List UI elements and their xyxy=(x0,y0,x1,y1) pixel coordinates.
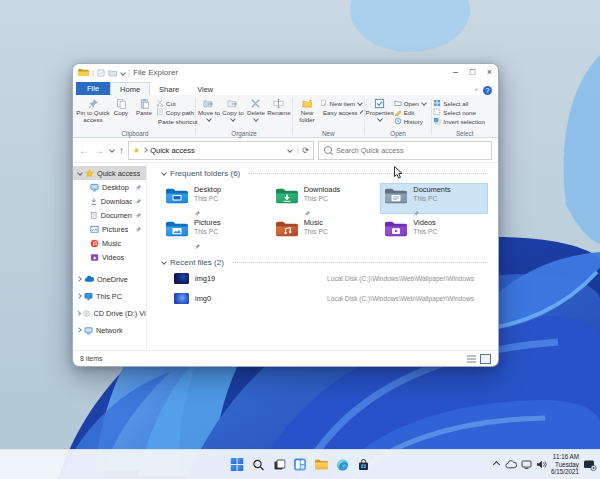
collapsed-icon[interactable] xyxy=(76,293,82,299)
collapse-ribbon-icon[interactable]: ^ xyxy=(475,87,478,94)
collapsed-icon[interactable] xyxy=(76,276,82,282)
clock[interactable]: 11:16 AM Tuesday 6/15/2021 xyxy=(551,453,579,477)
collapse-icon[interactable] xyxy=(161,170,167,176)
move-to-button[interactable]: Move to xyxy=(197,97,221,121)
sidebar-item-videos[interactable]: Videos xyxy=(73,250,146,264)
recent-locations-icon[interactable] xyxy=(109,147,115,153)
easy-access-button[interactable]: Easy access xyxy=(320,108,362,116)
collapse-icon[interactable] xyxy=(161,259,167,265)
folder-tile-music[interactable]: Music This PC xyxy=(271,216,379,247)
help-icon[interactable]: ? xyxy=(483,86,492,95)
new-folder-qat-icon[interactable] xyxy=(108,69,117,77)
large-icons-view-icon[interactable] xyxy=(480,354,491,364)
search-box[interactable] xyxy=(318,141,492,160)
tab-file[interactable]: File xyxy=(76,82,110,95)
tab-view[interactable]: View xyxy=(188,83,222,95)
delete-button[interactable]: Delete xyxy=(245,97,267,121)
volume-tray-icon[interactable] xyxy=(536,460,547,469)
back-icon[interactable]: ← xyxy=(79,145,89,156)
folder-tile-downloads[interactable]: Downloads This PC xyxy=(271,183,379,214)
file-explorer-button[interactable] xyxy=(313,456,330,473)
sidebar-item-quick-access[interactable]: Quick access xyxy=(73,166,146,180)
button-label: Copy xyxy=(114,110,128,117)
folder-tile-documents[interactable]: Documents This PC xyxy=(380,183,488,214)
copy-button[interactable]: Copy xyxy=(110,97,132,117)
sidebar-item-desktop[interactable]: Desktop xyxy=(73,180,146,194)
search-input[interactable] xyxy=(336,146,486,155)
paste-shortcut-button[interactable]: Paste shortcut xyxy=(156,117,194,125)
title-bar[interactable]: | | File Explorer – □ × xyxy=(73,64,498,81)
sidebar-item-label: OneDrive xyxy=(97,275,128,284)
task-view-button[interactable] xyxy=(271,456,288,473)
recent-files-header[interactable]: Recent files (2) xyxy=(161,256,488,268)
folder-tile-pictures[interactable]: Pictures This PC xyxy=(161,216,269,247)
properties-qat-icon[interactable] xyxy=(97,69,105,77)
sidebar-item-music[interactable]: Music xyxy=(73,236,146,250)
up-icon[interactable]: ↑ xyxy=(119,145,124,156)
file-path: Local Disk (C:)\Windows\Web\Wallpaper\Wi… xyxy=(327,275,488,282)
folder-tile-desktop[interactable]: Desktop This PC xyxy=(161,183,269,214)
copy-path-button[interactable]: Copy path xyxy=(156,108,194,116)
edge-button[interactable] xyxy=(334,456,351,473)
recent-file-row[interactable]: img0 Local Disk (C:)\Windows\Web\Wallpap… xyxy=(161,288,488,308)
refresh-icon[interactable]: ⟳ xyxy=(297,146,309,155)
minimize-button[interactable]: – xyxy=(447,64,464,81)
downloads-folder-icon xyxy=(275,186,299,204)
expand-icon[interactable] xyxy=(77,170,83,176)
task-view-icon xyxy=(273,459,285,471)
sidebar-item-cd-drive[interactable]: CD Drive (D:) Virtual xyxy=(73,306,146,320)
sidebar-item-onedrive[interactable]: OneDrive xyxy=(73,272,146,286)
folder-name: Music xyxy=(304,219,328,228)
new-item-button[interactable]: New item xyxy=(320,99,362,107)
folder-tile-videos[interactable]: Videos This PC xyxy=(380,216,488,247)
pin-icon xyxy=(88,98,99,109)
onedrive-tray-icon[interactable] xyxy=(505,460,517,469)
sidebar-item-this-pc[interactable]: This PC xyxy=(73,289,146,303)
tray-day: Tuesday xyxy=(551,461,579,469)
address-bar[interactable]: ★ Quick access ⟳ xyxy=(128,141,314,160)
collapsed-icon[interactable] xyxy=(76,327,82,333)
qat-dropdown-icon[interactable] xyxy=(120,70,126,76)
breadcrumb-chevron-icon xyxy=(142,147,148,153)
tab-home[interactable]: Home xyxy=(110,82,150,95)
select-all-button[interactable]: Select all xyxy=(433,99,495,107)
open-button[interactable]: Open xyxy=(394,99,428,107)
taskbar-center-icons xyxy=(229,450,372,479)
invert-selection-button[interactable]: Invert selection xyxy=(433,117,495,125)
cut-button[interactable]: Cut xyxy=(156,99,194,107)
address-dropdown-icon[interactable] xyxy=(287,147,293,153)
edit-button[interactable]: Edit xyxy=(394,108,428,116)
sidebar-item-documents[interactable]: Documents xyxy=(73,208,146,222)
paste-button[interactable]: Paste xyxy=(132,97,156,117)
search-button[interactable] xyxy=(250,456,267,473)
tab-share[interactable]: Share xyxy=(150,83,188,95)
pin-to-quick-access-button[interactable]: Pin to Quick access xyxy=(76,97,110,124)
maximize-button[interactable]: □ xyxy=(464,64,481,81)
history-button[interactable]: History xyxy=(394,117,428,125)
network-tray-icon[interactable] xyxy=(521,460,532,469)
forward-icon[interactable]: → xyxy=(94,145,104,156)
videos-folder-icon xyxy=(384,219,408,237)
widgets-button[interactable] xyxy=(292,456,309,473)
select-none-button[interactable]: Select none xyxy=(433,108,495,116)
start-button[interactable] xyxy=(229,456,246,473)
new-folder-button[interactable]: New folder xyxy=(294,97,320,124)
sidebar-item-pictures[interactable]: Pictures xyxy=(73,222,146,236)
tray-overflow-icon[interactable] xyxy=(493,461,500,468)
close-button[interactable]: × xyxy=(481,64,498,81)
dropdown-icon xyxy=(377,116,383,122)
copy-to-button[interactable]: Copy to xyxy=(221,97,245,121)
sidebar-item-network[interactable]: Network xyxy=(73,323,146,337)
properties-button[interactable]: Properties xyxy=(366,97,394,121)
recent-file-row[interactable]: img19 Local Disk (C:)\Windows\Web\Wallpa… xyxy=(161,268,488,288)
address-location[interactable]: Quick access xyxy=(150,146,195,155)
rename-button[interactable]: Rename xyxy=(267,97,291,117)
folder-name: Videos xyxy=(413,219,437,228)
frequent-folders-header[interactable]: Frequent folders (6) xyxy=(161,167,488,179)
store-button[interactable] xyxy=(355,456,372,473)
notifications-icon[interactable] xyxy=(583,459,597,471)
collapsed-icon[interactable] xyxy=(76,310,81,315)
sidebar-item-downloads[interactable]: Downloads xyxy=(73,194,146,208)
section-title: Frequent folders (6) xyxy=(170,169,240,178)
details-view-icon[interactable] xyxy=(467,355,476,363)
